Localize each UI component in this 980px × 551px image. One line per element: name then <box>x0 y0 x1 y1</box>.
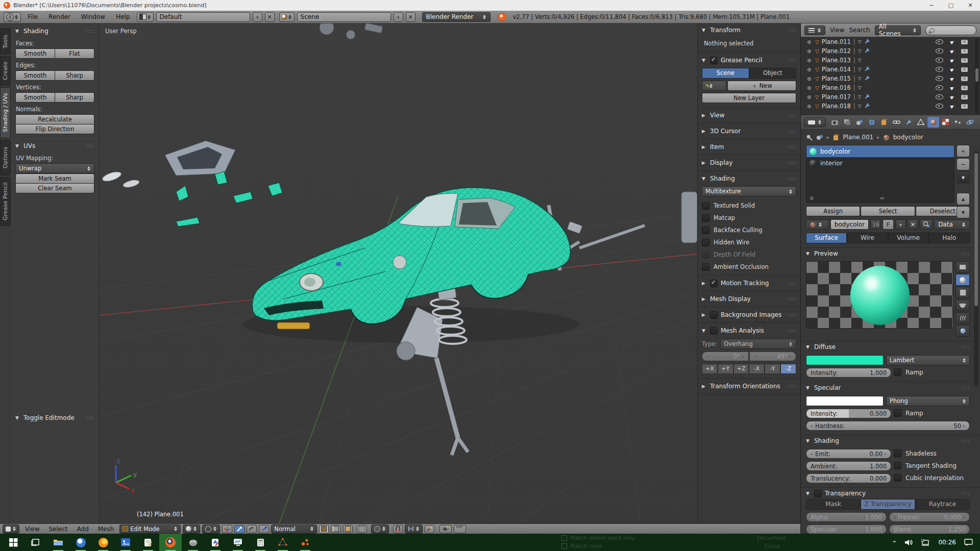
renderable-camera-icon[interactable] <box>961 95 968 99</box>
recalculate-button[interactable]: Recalculate <box>15 114 94 124</box>
task-view-button[interactable] <box>24 534 47 551</box>
renderable-camera-icon[interactable] <box>961 104 968 109</box>
close-button[interactable]: ✕ <box>961 0 980 11</box>
edges-smooth-button[interactable]: Smooth <box>15 70 55 81</box>
preview-monkey-button[interactable] <box>955 299 970 311</box>
visibility-eye-icon[interactable] <box>936 39 943 44</box>
depth-of-field-checkbox[interactable] <box>702 251 709 259</box>
transparency-checkbox[interactable] <box>814 490 822 497</box>
vertices-sharp-button[interactable]: Sharp <box>55 92 94 103</box>
selectable-cursor-icon[interactable]: ▶ <box>949 76 955 82</box>
visibility-eye-icon[interactable] <box>936 58 943 63</box>
preview-cube-button[interactable] <box>955 287 970 298</box>
shadeless-checkbox[interactable] <box>894 449 901 457</box>
selectable-cursor-icon[interactable]: ▶ <box>949 57 955 63</box>
shading-mode-select[interactable]: Multitexture <box>702 186 796 196</box>
type-surface-tab[interactable]: Surface <box>806 233 847 243</box>
outliner-row[interactable]: ⊕▽Plane.011|▽▶ <box>801 37 980 46</box>
menu-select[interactable]: Select <box>45 525 71 533</box>
preview-world-button[interactable] <box>955 325 970 337</box>
outliner-row[interactable]: ⊕▽Plane.015|▽▶ <box>801 74 980 83</box>
specular-panel-header[interactable]: ▼Specular:::: <box>806 382 970 393</box>
nodes-button[interactable] <box>920 219 933 230</box>
tab-physics[interactable] <box>964 117 976 128</box>
analysis-type-select[interactable]: Overhang <box>720 339 796 349</box>
selectable-cursor-icon[interactable]: ▶ <box>949 94 955 100</box>
list-resize-grip[interactable]: ═ <box>880 195 884 202</box>
orientation-select[interactable]: Normal <box>271 524 317 534</box>
transparency-ztransp-tab[interactable]: Z Transparency <box>861 499 915 510</box>
editor-type-button[interactable]: i <box>4 12 21 22</box>
angle-min-field[interactable]: ◂0°▸ <box>702 352 749 361</box>
scene-icon[interactable] <box>279 12 295 22</box>
tangent-shading-checkbox[interactable] <box>894 462 901 469</box>
visibility-eye-icon[interactable] <box>936 85 943 90</box>
render-animation-button[interactable] <box>454 525 466 533</box>
gp-scene-tab[interactable]: Scene <box>702 68 749 79</box>
snap-element-select[interactable] <box>405 524 423 534</box>
taskbar-firefox[interactable] <box>92 534 114 551</box>
outliner-row[interactable]: ⊕▽Plane.017|▽▶ <box>801 92 980 102</box>
motion-tracking-checkbox[interactable] <box>710 280 718 287</box>
outliner-scrollbar[interactable] <box>975 39 979 113</box>
taskbar-molecule-app[interactable] <box>294 534 316 551</box>
tab-material[interactable] <box>927 117 939 128</box>
snap-toggle-button[interactable] <box>393 525 403 533</box>
shading-panel-header[interactable]: ▼Shading:::: <box>15 26 94 37</box>
unwrap-menu[interactable]: Unwrap <box>15 163 94 173</box>
material-users-button[interactable]: 16 <box>870 219 881 230</box>
shelf-tab-shading-uvs[interactable]: Shading / UVs <box>0 87 11 138</box>
faces-flat-button[interactable]: Flat <box>55 48 94 59</box>
tray-chevron-icon[interactable]: ⌃ <box>892 540 897 547</box>
transparency-raytrace-tab[interactable]: Raytrace <box>915 499 970 510</box>
transform-orientations-panel-header[interactable]: ▶Transform Orientations:::: <box>702 381 796 392</box>
shading-panel-header[interactable]: ▼Shading:::: <box>806 435 970 446</box>
selectable-cursor-icon[interactable]: ▶ <box>949 39 955 45</box>
scene-selector[interactable]: Scene <box>297 12 391 22</box>
outliner-menu-search[interactable]: Search <box>849 27 870 34</box>
shelf-tab-grease-pencil[interactable]: Grease Pencil <box>0 177 11 226</box>
outliner-row[interactable]: ⊕▽Plane.016|▽▶ <box>801 83 980 92</box>
breadcrumb-material[interactable]: bodycolor <box>893 134 923 141</box>
hidden-wire-checkbox[interactable] <box>702 239 709 246</box>
cursor-panel-header[interactable]: ▶3D Cursor:::: <box>702 126 796 137</box>
display-panel-header[interactable]: ▶Display:::: <box>702 157 796 168</box>
visibility-eye-icon[interactable] <box>936 67 943 72</box>
shard-part[interactable] <box>102 170 122 183</box>
shelf-tab-tools[interactable]: Tools <box>0 28 11 55</box>
translucency-field[interactable]: Translucency:0.000 <box>806 473 891 483</box>
selectable-cursor-icon[interactable]: ▶ <box>949 85 955 91</box>
type-volume-tab[interactable]: Volume <box>888 233 929 243</box>
manipulator-rotate-button[interactable] <box>247 525 257 533</box>
shard-part[interactable] <box>122 179 140 188</box>
ambient-field[interactable]: Ambient:1.000 <box>806 461 891 471</box>
pin-icon[interactable] <box>806 134 813 141</box>
layout-delete-button[interactable]: ✕ <box>265 12 275 22</box>
tab-mesh-data[interactable] <box>915 117 927 128</box>
axis-plus-x-button[interactable]: +X <box>702 364 718 374</box>
outliner-menu-view[interactable]: View <box>830 27 844 34</box>
taskbar-file-explorer[interactable] <box>47 534 69 551</box>
shelf-tab-options[interactable]: Options <box>0 140 11 176</box>
mesh-analysis-panel-header[interactable]: ▼Mesh Analysis:::: <box>702 325 796 336</box>
tab-modifiers[interactable] <box>903 117 915 128</box>
tray-notification-icon[interactable] <box>964 539 973 546</box>
renderable-camera-icon[interactable] <box>961 67 968 72</box>
alpha-field[interactable]: Alpha:1.000 <box>806 512 887 522</box>
start-button[interactable] <box>2 534 24 551</box>
axis-minus-y-button[interactable]: -Y <box>765 364 780 374</box>
panel-grip[interactable]: :::: <box>86 29 94 34</box>
transparency-panel-header[interactable]: ▼Transparency:::: <box>806 488 970 499</box>
screen-layout-icon[interactable] <box>137 12 154 22</box>
taskbar-calculator[interactable] <box>249 534 272 551</box>
specular-transp-field[interactable]: Specular:1.000 <box>806 524 887 534</box>
angle-max-field[interactable]: ◂45°▸ <box>749 352 796 361</box>
gp-new-button[interactable]: ＋New <box>727 81 796 91</box>
menu-add[interactable]: Add <box>74 525 92 533</box>
uvs-panel-header[interactable]: ▼UVs:::: <box>15 140 94 152</box>
data-link-select[interactable]: Data <box>934 220 970 230</box>
properties-scrollbar[interactable] <box>974 151 978 386</box>
panel-grip[interactable]: :::: <box>86 143 94 148</box>
canopy-part[interactable] <box>165 141 235 176</box>
outliner-row[interactable]: ⊕▽Plane.014|▽▶ <box>801 65 980 74</box>
